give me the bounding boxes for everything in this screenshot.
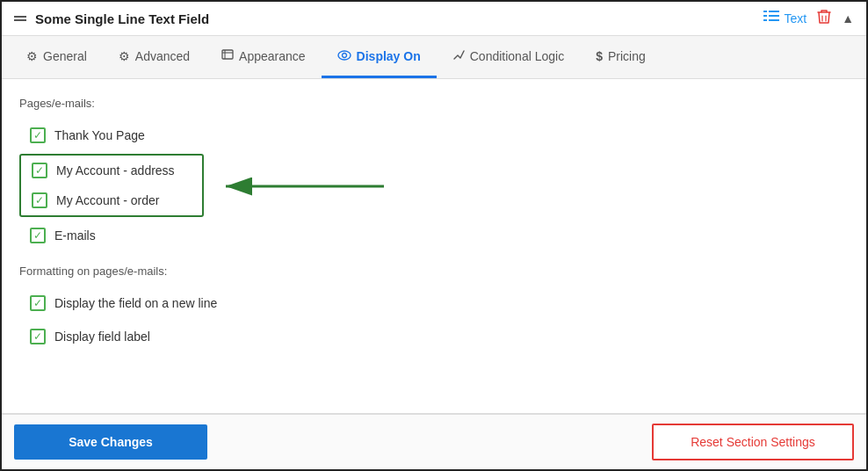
thank-you-label: Thank You Page [54,128,145,142]
svg-rect-5 [769,19,779,21]
field-title: Some Single Line Text Field [35,11,209,26]
advanced-icon: ⚙ [119,49,130,63]
tab-appearance-label: Appearance [239,49,306,63]
text-type-text: Text [784,11,807,25]
list-item: ✓ My Account - address [21,156,202,185]
svg-rect-8 [222,50,233,59]
general-icon: ⚙ [26,49,38,63]
list-item: ✓ Thank You Page [19,120,849,150]
display-on-icon [337,49,351,63]
footer: Save Changes Reset Section Settings [2,414,866,469]
checkbox-my-account-address[interactable]: ✓ [32,163,47,178]
pricing-icon: $ [596,49,603,63]
tab-display-on-label: Display On [357,49,421,63]
checkbox-new-line[interactable]: ✓ [30,295,46,311]
tab-appearance[interactable]: Appearance [206,36,322,78]
conditional-logic-icon [452,48,465,63]
collapse-icon[interactable]: ▲ [842,11,854,25]
delete-icon[interactable] [817,9,831,28]
field-label-text: Display field label [54,330,150,344]
content-area: Pages/e-mails: ✓ Thank You Page ✓ My Acc… [2,79,866,404]
svg-rect-0 [763,11,767,12]
svg-rect-2 [763,15,767,17]
list-icon [763,10,779,27]
formatting-label: Formatting on pages/e-mails: [19,264,849,278]
highlighted-group: ✓ My Account - address ✓ My Account - or… [19,154,204,217]
svg-point-11 [338,51,351,60]
reset-button[interactable]: Reset Section Settings [652,424,854,460]
checkbox-emails[interactable]: ✓ [30,228,46,243]
emails-label: E-mails [54,228,96,243]
main-container: Some Single Line Text Field Text [0,0,868,471]
new-line-label: Display the field on a new line [54,296,217,310]
checkbox-my-account-order[interactable]: ✓ [32,192,47,208]
tab-display-on[interactable]: Display On [322,37,437,78]
checkbox-field-label[interactable]: ✓ [30,329,46,344]
svg-rect-3 [769,15,779,17]
tab-conditional-logic-label: Conditional Logic [470,49,564,63]
svg-rect-1 [769,11,779,12]
tab-advanced[interactable]: ⚙ Advanced [103,37,206,78]
tab-general[interactable]: ⚙ General [11,37,103,78]
header-right: Text ▲ [763,9,854,28]
appearance-icon [221,48,234,63]
list-item: ✓ Display the field on a new line [19,288,849,318]
header-left: Some Single Line Text Field [14,11,209,26]
list-item: ✓ My Account - order [21,185,202,215]
my-account-address-label: My Account - address [56,163,175,178]
list-item: ✓ Display field label [19,322,849,351]
tab-general-label: General [43,49,87,63]
arrow-annotation [213,169,388,207]
svg-point-12 [342,53,346,57]
tabs-bar: ⚙ General ⚙ Advanced Appearance Display … [2,36,866,79]
sort-icon[interactable] [14,16,26,21]
tab-pricing-label: Pricing [608,49,646,63]
tab-conditional-logic[interactable]: Conditional Logic [437,36,580,78]
header: Some Single Line Text Field Text [2,2,866,36]
pages-emails-label: Pages/e-mails: [19,97,849,110]
save-button[interactable]: Save Changes [14,424,207,460]
tab-advanced-label: Advanced [135,49,190,63]
tab-pricing[interactable]: $ Pricing [580,37,662,78]
formatting-section: Formatting on pages/e-mails: ✓ Display t… [19,264,849,351]
my-account-order-label: My Account - order [56,193,160,207]
list-item: ✓ E-mails [19,221,849,250]
text-type-label: Text [763,10,807,27]
svg-rect-4 [763,19,767,21]
checkbox-thank-you[interactable]: ✓ [30,127,46,143]
